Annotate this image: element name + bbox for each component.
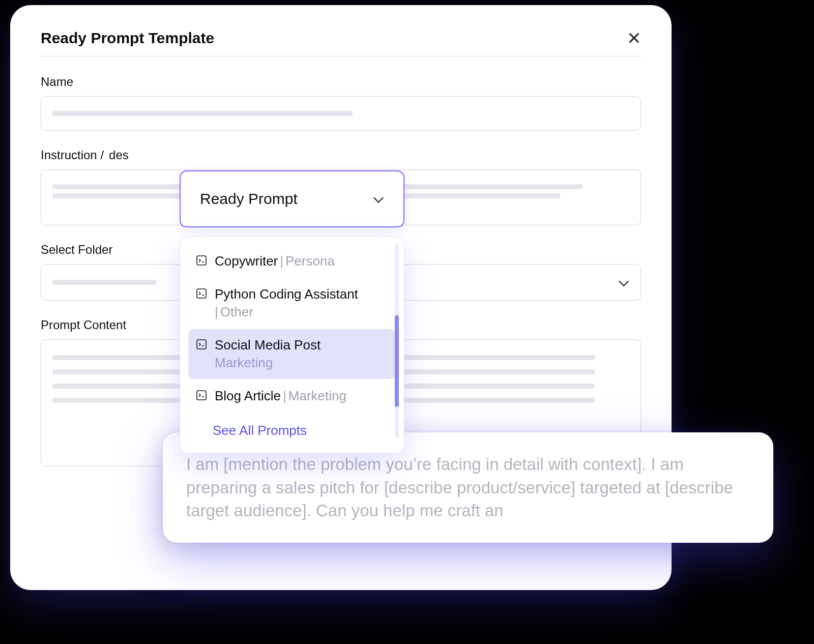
name-input[interactable] bbox=[41, 96, 641, 131]
dropdown-item-text: Copywriter|Persona bbox=[215, 252, 335, 270]
dropdown-toggle[interactable]: Ready Prompt bbox=[180, 170, 404, 227]
modal-title: Ready Prompt Template bbox=[41, 30, 214, 47]
ready-prompt-dropdown: Ready Prompt Copywriter|Persona Python C… bbox=[180, 170, 404, 453]
dropdown-item-text: Python Coding Assistant|Other bbox=[215, 285, 358, 321]
instruction-label-part1: Instruction / bbox=[41, 148, 104, 162]
prompt-icon bbox=[195, 389, 208, 401]
placeholder-line bbox=[52, 280, 156, 285]
dropdown-item-python-coding[interactable]: Python Coding Assistant|Other bbox=[188, 278, 396, 328]
svg-rect-0 bbox=[197, 256, 206, 265]
dropdown-item-copywriter[interactable]: Copywriter|Persona bbox=[188, 245, 396, 277]
close-button[interactable]: ✕ bbox=[627, 30, 641, 47]
svg-rect-3 bbox=[197, 391, 206, 400]
instruction-label-part2: des bbox=[109, 148, 129, 162]
dropdown-item-social-media[interactable]: Social Media PostMarketing bbox=[188, 329, 396, 379]
prompt-preview-text: I am [mention the problem you’re facing … bbox=[186, 453, 750, 522]
close-icon: ✕ bbox=[627, 28, 641, 48]
name-label: Name bbox=[41, 75, 641, 89]
chevron-down-icon bbox=[373, 193, 384, 204]
modal-header: Ready Prompt Template ✕ bbox=[41, 30, 641, 56]
dropdown-panel: Copywriter|Persona Python Coding Assista… bbox=[180, 237, 404, 453]
prompt-icon bbox=[195, 254, 208, 267]
prompt-icon bbox=[195, 338, 208, 350]
chevron-down-icon bbox=[618, 277, 629, 288]
see-all-prompts-link[interactable]: See All Prompts bbox=[185, 414, 399, 443]
dropdown-toggle-label: Ready Prompt bbox=[200, 190, 298, 208]
instruction-label-row: Instruction / des bbox=[41, 148, 641, 162]
svg-rect-1 bbox=[197, 289, 206, 298]
dropdown-item-blog-article[interactable]: Blog Article|Marketing bbox=[188, 380, 396, 412]
svg-rect-2 bbox=[197, 340, 206, 349]
dropdown-item-text: Blog Article|Marketing bbox=[215, 387, 346, 405]
scrollbar-track[interactable] bbox=[395, 244, 399, 437]
prompt-icon bbox=[195, 287, 208, 300]
placeholder-line bbox=[52, 111, 353, 116]
scrollbar-thumb[interactable] bbox=[395, 315, 399, 407]
dropdown-item-text: Social Media PostMarketing bbox=[215, 336, 321, 372]
